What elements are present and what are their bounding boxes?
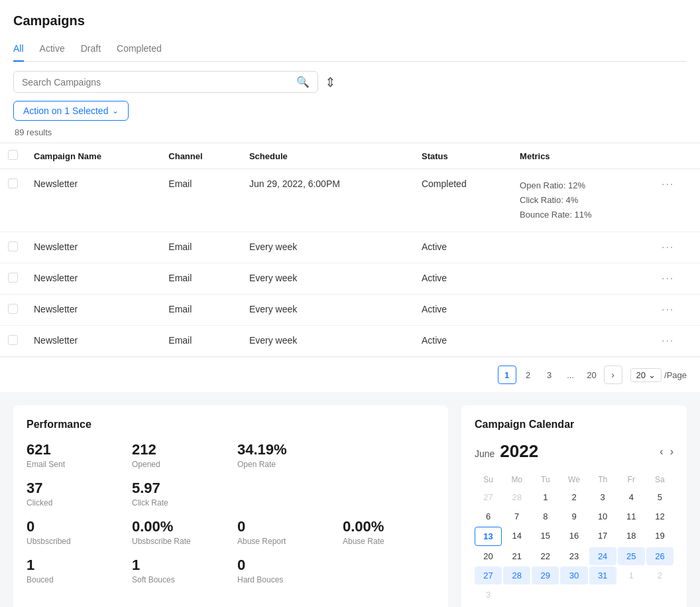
cal-day-21[interactable]: 21: [503, 547, 530, 565]
tab-completed[interactable]: Completed: [117, 38, 162, 62]
action-on-selected-button[interactable]: Action on 1 Selected ⌄: [13, 101, 129, 121]
cal-day-9[interactable]: 9: [560, 507, 587, 525]
table-row: NewsletterEmailEvery weekActive···: [0, 232, 700, 263]
cal-day-30[interactable]: 30: [560, 567, 587, 584]
cal-day-18[interactable]: 18: [618, 527, 645, 546]
cal-day-22[interactable]: 22: [532, 547, 559, 565]
cal-day-jul2[interactable]: 2: [646, 567, 673, 584]
cal-day-5[interactable]: 5: [646, 488, 673, 506]
campaigns-table: Campaign Name Channel Schedule Status Me…: [0, 143, 700, 357]
row-more-button[interactable]: ···: [662, 335, 674, 346]
cal-day-jul1[interactable]: 1: [618, 567, 645, 584]
cal-day-3[interactable]: 3: [589, 488, 616, 506]
cal-day-26[interactable]: 26: [646, 547, 673, 565]
cal-day-23[interactable]: 23: [560, 547, 587, 565]
row-checkbox-cell: [0, 169, 26, 232]
cal-day-24[interactable]: 24: [589, 547, 616, 565]
cal-day-15[interactable]: 15: [532, 527, 559, 546]
row-checkbox-cell: [0, 295, 26, 326]
select-all-header[interactable]: [0, 143, 26, 169]
weekday-mo: Mo: [503, 472, 530, 487]
cal-day-17[interactable]: 17: [589, 527, 616, 546]
search-input[interactable]: [22, 77, 291, 88]
tab-draft[interactable]: Draft: [81, 38, 101, 62]
tab-all[interactable]: All: [13, 38, 24, 62]
performance-title: Performance: [27, 419, 435, 431]
cal-day-16[interactable]: 16: [560, 527, 587, 546]
stat-unsubscribed-value: 0: [27, 518, 119, 535]
cal-day-20[interactable]: 20: [475, 547, 502, 565]
cal-day-14[interactable]: 14: [503, 527, 530, 546]
search-box[interactable]: 🔍: [13, 71, 318, 93]
cal-day-6[interactable]: 6: [475, 507, 502, 525]
stat-clicked: 37 Clicked: [27, 480, 119, 507]
cal-day-27[interactable]: 27: [475, 567, 502, 584]
row-checkbox[interactable]: [8, 178, 18, 188]
row-more-button[interactable]: ···: [662, 241, 674, 253]
cal-day-12[interactable]: 12: [646, 507, 673, 525]
cal-day-8[interactable]: 8: [532, 507, 559, 525]
row-checkbox[interactable]: [8, 304, 18, 314]
stat-abuse-rate-value: 0.00%: [343, 518, 435, 535]
next-page-button[interactable]: ›: [604, 366, 622, 384]
row-checkbox[interactable]: [8, 241, 18, 251]
select-all-checkbox[interactable]: [8, 150, 18, 160]
cal-day-2[interactable]: 2: [560, 488, 587, 506]
calendar-title: Campaign Calendar: [475, 419, 673, 431]
stat-abuse-rate-label: Abuse Rate: [343, 537, 435, 546]
per-page-select[interactable]: 20 ⌄: [630, 368, 662, 382]
page-2[interactable]: 2: [519, 366, 538, 384]
table-row: NewsletterEmailEvery weekActive···: [0, 326, 700, 357]
prev-month-button[interactable]: ‹: [660, 446, 663, 458]
cal-day-13[interactable]: 13: [475, 527, 502, 546]
row-checkbox[interactable]: [8, 335, 18, 345]
cal-day-29[interactable]: 29: [532, 567, 559, 584]
cal-day-7[interactable]: 7: [503, 507, 530, 525]
stat-unsubscribe-rate-label: Ubsbscribe Rate: [132, 537, 224, 546]
page-20[interactable]: 20: [583, 366, 601, 384]
table-row: NewsletterEmailEvery weekActive···: [0, 263, 700, 295]
cal-day-may27[interactable]: 27: [475, 488, 502, 506]
row-checkbox[interactable]: [8, 273, 18, 283]
tab-active[interactable]: Active: [40, 38, 65, 62]
stat-hard-bounces-value: 0: [237, 557, 329, 574]
row-more-button[interactable]: ···: [662, 273, 674, 284]
cal-day-may28[interactable]: 28: [503, 488, 530, 506]
row-more-button[interactable]: ···: [662, 178, 674, 190]
cal-day-jul3[interactable]: 3: [475, 586, 502, 604]
col-campaign-name: Campaign Name: [26, 143, 160, 169]
campaign-name-cell: Newsletter: [26, 232, 160, 263]
cal-day-10[interactable]: 10: [589, 507, 616, 525]
stat-open-rate: 34.19% Open Rate: [237, 441, 329, 469]
stat-bounced-label: Bouced: [27, 575, 119, 584]
cal-day-19[interactable]: 19: [646, 527, 673, 546]
stat-empty-4: [343, 557, 435, 584]
channel-cell: Email: [160, 169, 241, 232]
cal-day-11[interactable]: 11: [618, 507, 645, 525]
cal-day-25[interactable]: 25: [618, 547, 645, 565]
page-1[interactable]: 1: [498, 366, 516, 384]
campaign-name-cell: Newsletter: [26, 263, 160, 295]
row-more-cell: ···: [654, 295, 700, 326]
stat-soft-bounces: 1 Soft Bouces: [132, 557, 224, 584]
cal-day-1[interactable]: 1: [532, 488, 559, 506]
stat-soft-bounces-label: Soft Bouces: [132, 575, 224, 584]
calendar-grid: Su Mo Tu We Th Fr Sa 27 28 1 2 3 4 5 6 7…: [475, 472, 673, 604]
row-more-cell: ···: [654, 169, 700, 232]
stat-abuse-rate: 0.00% Abuse Rate: [343, 518, 435, 546]
next-month-button[interactable]: ›: [670, 446, 673, 458]
page-3[interactable]: 3: [540, 366, 559, 384]
row-more-cell: ···: [654, 263, 700, 295]
stat-clicked-value: 37: [27, 480, 119, 497]
cal-day-28[interactable]: 28: [503, 567, 530, 584]
channel-cell: Email: [160, 295, 241, 326]
row-more-cell: ···: [654, 232, 700, 263]
calendar-header: June 2022 ‹ ›: [475, 441, 673, 462]
schedule-cell: Jun 29, 2022, 6:00PM: [241, 169, 414, 232]
sort-icon[interactable]: ⇕: [325, 74, 336, 90]
row-more-button[interactable]: ···: [662, 304, 674, 315]
schedule-cell: Every week: [241, 263, 414, 295]
stat-bounced-value: 1: [27, 557, 119, 574]
cal-day-31[interactable]: 31: [589, 567, 616, 584]
cal-day-4[interactable]: 4: [618, 488, 645, 506]
